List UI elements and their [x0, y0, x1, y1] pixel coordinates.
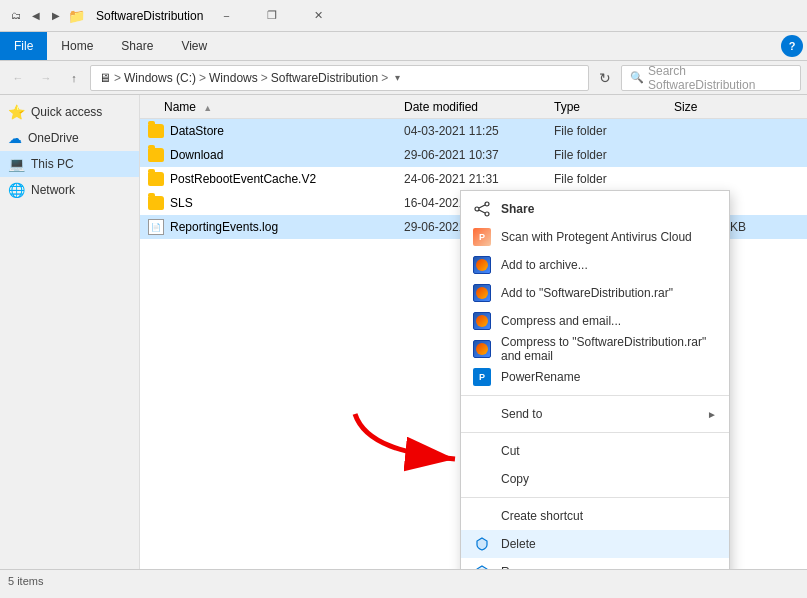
ctx-item-rename[interactable]: Rename [461, 558, 729, 569]
breadcrumb-folder[interactable]: SoftwareDistribution [271, 71, 378, 85]
sidebar-label-onedrive: OneDrive [28, 131, 79, 145]
send-to-arrow: ► [707, 409, 717, 420]
window-title: SoftwareDistribution [96, 9, 203, 23]
svg-point-1 [485, 212, 489, 216]
ctx-item-share[interactable]: Share [461, 195, 729, 223]
svg-line-4 [479, 210, 485, 213]
back-button[interactable]: ← [6, 66, 30, 90]
title-bar-icons: 🗂 ◀ ▶ 📁 SoftwareDistribution [8, 8, 203, 24]
tab-view[interactable]: View [167, 32, 221, 60]
sidebar-item-onedrive[interactable]: ☁ OneDrive [0, 125, 139, 151]
folder-icon-download [148, 148, 164, 162]
back-icon-small: ◀ [28, 8, 44, 24]
sidebar-item-this-pc[interactable]: 💻 This PC [0, 151, 139, 177]
status-text: 5 items [8, 575, 43, 587]
ctx-label-delete: Delete [501, 537, 536, 551]
address-row: ← → ↑ 🖥 > Windows (C:) > Windows > Softw… [0, 61, 807, 95]
winrar-icon-2 [473, 284, 491, 302]
file-list: Name ▲ Date modified Type Size DataStore… [140, 95, 807, 569]
winrar-icon-3 [473, 312, 491, 330]
file-row-datastore[interactable]: DataStore 04-03-2021 11:25 File folder [140, 119, 807, 143]
cut-icon [473, 442, 491, 460]
search-placeholder: Search SoftwareDistribution [648, 64, 792, 92]
file-name-download: Download [144, 148, 404, 162]
ctx-label-protegent: Scan with Protegent Antivirus Cloud [501, 230, 692, 244]
ctx-label-share: Share [501, 202, 534, 216]
breadcrumb-sep3: > [261, 71, 268, 85]
help-button[interactable]: ? [781, 35, 803, 57]
breadcrumb-drive[interactable]: Windows (C:) [124, 71, 196, 85]
winrar-icon-4 [473, 340, 491, 358]
send-to-icon [473, 405, 491, 423]
ctx-label-add-archive: Add to archive... [501, 258, 588, 272]
breadcrumb-sep1: > [114, 71, 121, 85]
address-dropdown-icon[interactable]: ▾ [395, 72, 400, 83]
ctx-item-compress-rar-email[interactable]: Compress to "SoftwareDistribution.rar" a… [461, 335, 729, 363]
folder-icon-sls [148, 196, 164, 210]
svg-line-3 [479, 205, 485, 208]
share-icon [473, 200, 491, 218]
ctx-item-powerrename[interactable]: P PowerRename [461, 363, 729, 391]
ctx-item-create-shortcut[interactable]: Create shortcut [461, 502, 729, 530]
search-bar[interactable]: 🔍 Search SoftwareDistribution [621, 65, 801, 91]
file-type-download: File folder [554, 148, 674, 162]
pc-icon: 💻 [8, 156, 25, 172]
col-header-date: Date modified [404, 100, 554, 114]
file-type-postreboot: File folder [554, 172, 674, 186]
rename-shield-icon [473, 563, 491, 569]
ctx-item-send-to[interactable]: Send to ► [461, 400, 729, 428]
winrar-icon-1 [473, 256, 491, 274]
file-row-download[interactable]: Download 29-06-2021 10:37 File folder [140, 143, 807, 167]
tab-share[interactable]: Share [107, 32, 167, 60]
ctx-item-delete[interactable]: Delete [461, 530, 729, 558]
status-bar: 5 items [0, 569, 807, 591]
tab-home[interactable]: Home [47, 32, 107, 60]
ctx-label-compress-email: Compress and email... [501, 314, 621, 328]
title-bar: 🗂 ◀ ▶ 📁 SoftwareDistribution − ❐ ✕ [0, 0, 807, 32]
sidebar-item-network[interactable]: 🌐 Network [0, 177, 139, 203]
ctx-label-cut: Cut [501, 444, 520, 458]
sidebar-label-this-pc: This PC [31, 157, 74, 171]
sidebar-item-quick-access[interactable]: ⭐ Quick access [0, 99, 139, 125]
tab-file[interactable]: File [0, 32, 47, 60]
ribbon-tabs: File Home Share View ? [0, 32, 807, 60]
forward-button[interactable]: → [34, 66, 58, 90]
svg-point-0 [485, 202, 489, 206]
file-name-datastore: DataStore [144, 124, 404, 138]
powerrename-icon: P [473, 368, 491, 386]
minimize-button[interactable]: − [203, 0, 249, 32]
context-menu: Share P Scan with Protegent Antivirus Cl… [460, 190, 730, 569]
file-row-postreboot[interactable]: PostRebootEventCache.V2 24-06-2021 21:31… [140, 167, 807, 191]
ctx-item-copy[interactable]: Copy [461, 465, 729, 493]
up-button[interactable]: ↑ [62, 66, 86, 90]
file-date-download: 29-06-2021 10:37 [404, 148, 554, 162]
sort-icon: ▲ [203, 103, 212, 113]
ctx-label-copy: Copy [501, 472, 529, 486]
folder-icon-datastore [148, 124, 164, 138]
breadcrumb-computer-icon: 🖥 [99, 71, 111, 85]
ctx-item-add-rar[interactable]: Add to "SoftwareDistribution.rar" [461, 279, 729, 307]
col-header-name: Name ▲ [144, 100, 404, 114]
sidebar: ⭐ Quick access ☁ OneDrive 💻 This PC 🌐 Ne… [0, 95, 140, 569]
refresh-button[interactable]: ↻ [593, 66, 617, 90]
ctx-separator-3 [461, 497, 729, 498]
quick-access-icon: 🗂 [8, 8, 24, 24]
ctx-item-cut[interactable]: Cut [461, 437, 729, 465]
close-button[interactable]: ✕ [295, 0, 341, 32]
search-icon: 🔍 [630, 71, 644, 84]
restore-button[interactable]: ❐ [249, 0, 295, 32]
address-bar[interactable]: 🖥 > Windows (C:) > Windows > SoftwareDis… [90, 65, 589, 91]
folder-icon-postreboot [148, 172, 164, 186]
cloud-icon: ☁ [8, 130, 22, 146]
ctx-item-protegent[interactable]: P Scan with Protegent Antivirus Cloud [461, 223, 729, 251]
sidebar-label-network: Network [31, 183, 75, 197]
ctx-item-compress-email[interactable]: Compress and email... [461, 307, 729, 335]
ctx-item-add-archive[interactable]: Add to archive... [461, 251, 729, 279]
file-name-sls: SLS [144, 196, 404, 210]
breadcrumb-windows[interactable]: Windows [209, 71, 258, 85]
main-layout: ⭐ Quick access ☁ OneDrive 💻 This PC 🌐 Ne… [0, 95, 807, 569]
ribbon: File Home Share View ? [0, 32, 807, 61]
ctx-separator-2 [461, 432, 729, 433]
file-date-datastore: 04-03-2021 11:25 [404, 124, 554, 138]
star-icon: ⭐ [8, 104, 25, 120]
